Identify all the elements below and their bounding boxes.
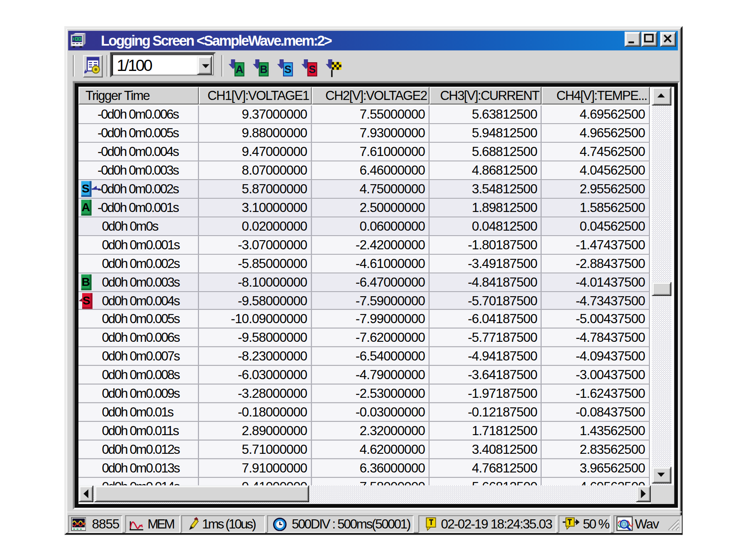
svg-text:S: S: [284, 63, 291, 75]
svg-text:A: A: [235, 63, 243, 75]
svg-text:B: B: [260, 63, 268, 75]
svg-text:S: S: [309, 63, 316, 75]
